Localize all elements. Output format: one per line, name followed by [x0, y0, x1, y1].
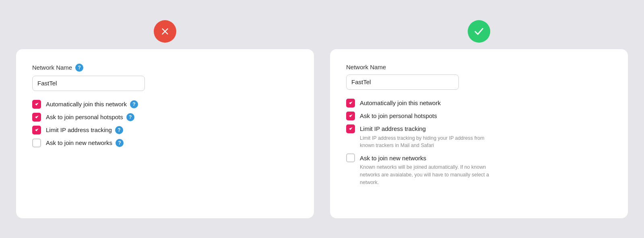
network-name-text: Network Name — [32, 64, 72, 71]
left-network-input[interactable] — [32, 76, 145, 91]
new-networks-help-icon[interactable]: ? — [116, 139, 124, 147]
left-panel: Network Name ? Automatically join this n… — [16, 20, 314, 218]
left-auto-join-checkbox[interactable] — [32, 100, 41, 109]
error-icon — [154, 20, 176, 43]
left-new-networks-label: Ask to join new networks ? — [46, 139, 124, 147]
left-personal-hotspot-checkbox[interactable] — [32, 113, 41, 122]
right-limit-tracking-checkbox[interactable] — [346, 124, 355, 133]
right-personal-hotspot-label: Ask to join personal hotspots — [360, 112, 437, 119]
left-auto-join-row: Automatically join this network ? — [32, 100, 298, 109]
right-limit-tracking-desc: Limit IP address tracking by hiding your… — [360, 135, 497, 150]
right-network-input[interactable] — [346, 75, 459, 90]
network-name-help-icon[interactable]: ? — [75, 64, 83, 72]
right-auto-join-label: Automatically join this network — [360, 99, 441, 106]
right-network-label: Network Name — [346, 64, 612, 70]
right-new-networks-row: Ask to join new networks Known networks … — [346, 153, 612, 186]
right-new-networks-desc: Known networks will be joined automatica… — [360, 163, 497, 186]
left-limit-tracking-row: Limit IP address tracking ? Limit IP add… — [32, 126, 298, 135]
right-personal-hotspot-row: Ask to join personal hotspots — [346, 112, 612, 120]
right-panel: Network Name Automatically join this net… — [330, 20, 628, 218]
left-personal-hotspot-row: Ask to join personal hotspots ? — [32, 113, 298, 122]
right-auto-join-row: Automatically join this network — [346, 99, 612, 108]
right-auto-join-checkbox[interactable] — [346, 99, 355, 108]
success-icon — [468, 20, 490, 43]
left-limit-tracking-label: Limit IP address tracking ? — [46, 126, 123, 134]
right-network-name-text: Network Name — [346, 64, 386, 70]
hotspot-help-icon[interactable]: ? — [126, 113, 134, 121]
left-new-networks-checkbox[interactable] — [32, 139, 41, 147]
left-limit-tracking-checkbox[interactable] — [32, 126, 41, 135]
right-new-networks-checkbox[interactable] — [346, 153, 355, 162]
auto-join-help-icon[interactable]: ? — [130, 100, 138, 108]
right-personal-hotspot-checkbox[interactable] — [346, 112, 355, 120]
left-auto-join-label: Automatically join this network ? — [46, 100, 138, 108]
left-new-networks-row: Ask to join new networks ? — [32, 139, 298, 147]
left-card: Network Name ? Automatically join this n… — [16, 49, 314, 218]
right-card: Network Name Automatically join this net… — [330, 49, 628, 218]
right-limit-tracking-row: Limit IP address tracking Limit IP addre… — [346, 124, 612, 150]
right-limit-tracking-label: Limit IP address tracking — [360, 125, 426, 132]
left-network-label: Network Name ? — [32, 64, 298, 72]
limit-tracking-help-icon[interactable]: ? — [115, 126, 123, 134]
left-personal-hotspot-label: Ask to join personal hotspots ? — [46, 113, 134, 121]
right-new-networks-label: Ask to join new networks — [360, 155, 426, 161]
